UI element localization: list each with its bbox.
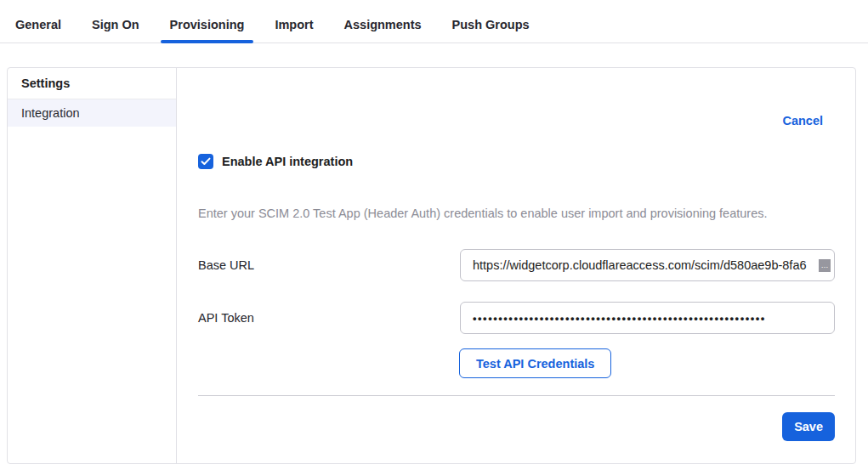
settings-sidebar: Settings Integration [8, 68, 177, 463]
api-token-row: API Token ••••••••••••••••••••••••••••••… [198, 302, 835, 334]
integration-form: Cancel Enable API integration Enter your… [177, 68, 855, 463]
app-tab-bar: General Sign On Provisioning Import Assi… [0, 0, 868, 43]
save-button[interactable]: Save [782, 412, 835, 441]
provisioning-panel: Settings Integration Cancel Enable API i… [7, 67, 856, 464]
api-token-input[interactable]: ••••••••••••••••••••••••••••••••••••••••… [460, 302, 835, 334]
tab-provisioning[interactable]: Provisioning [161, 14, 254, 42]
enable-api-integration-checkbox[interactable] [198, 154, 213, 169]
checkmark-icon [201, 157, 211, 166]
text-overflow-artifact: … [819, 259, 831, 272]
sidebar-item-integration[interactable]: Integration [8, 99, 176, 127]
api-token-masked-value: ••••••••••••••••••••••••••••••••••••••••… [473, 312, 766, 325]
base-url-label: Base URL [198, 258, 460, 272]
cancel-row: Cancel [198, 114, 835, 127]
api-token-label: API Token [198, 311, 460, 325]
tab-general[interactable]: General [6, 14, 71, 42]
footer-divider [198, 395, 835, 396]
enable-api-integration-label: Enable API integration [222, 155, 353, 168]
cancel-link[interactable]: Cancel [782, 114, 823, 127]
tab-push-groups[interactable]: Push Groups [443, 14, 539, 42]
base-url-row: Base URL https://widgetcorp.cloudflareac… [198, 249, 835, 281]
sidebar-header: Settings [8, 68, 176, 99]
tab-sign-on[interactable]: Sign On [82, 14, 149, 42]
save-row: Save [198, 412, 835, 441]
base-url-input[interactable]: https://widgetcorp.cloudflareaccess.com/… [460, 249, 835, 281]
tab-assignments[interactable]: Assignments [335, 14, 431, 42]
enable-api-integration-row: Enable API integration [198, 154, 835, 169]
base-url-value: https://widgetcorp.cloudflareaccess.com/… [473, 258, 819, 272]
credentials-description: Enter your SCIM 2.0 Test App (Header Aut… [198, 207, 835, 220]
test-api-credentials-button[interactable]: Test API Credentials [459, 348, 611, 378]
tab-import[interactable]: Import [265, 14, 322, 42]
